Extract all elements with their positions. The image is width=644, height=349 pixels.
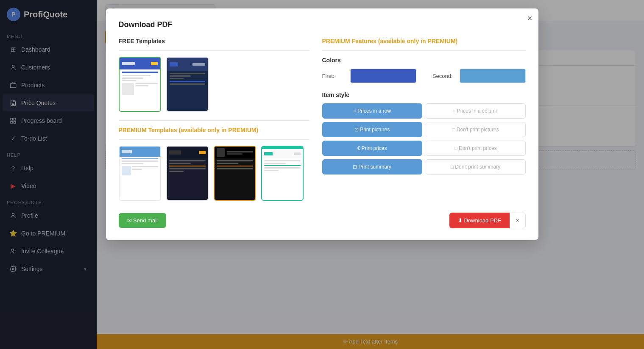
modal-body: FREE Templates bbox=[119, 38, 526, 201]
download-pdf-modal: × Download PDF FREE Templates bbox=[106, 8, 538, 240]
second-color-swatch[interactable] bbox=[460, 69, 526, 83]
style-btn-print-prices[interactable]: € Print prices bbox=[322, 141, 422, 156]
template-card-p2[interactable] bbox=[166, 146, 209, 201]
divider-2 bbox=[119, 120, 309, 121]
style-btn-no-summary[interactable]: □ Don't print summary bbox=[426, 159, 526, 174]
no-pictures-label: □ Don't print pictures bbox=[452, 127, 499, 133]
second-color-label: Second: bbox=[423, 73, 453, 79]
download-pdf-btn[interactable]: ⬇ Download PDF bbox=[449, 213, 510, 228]
modal-overlay: × Download PDF FREE Templates bbox=[0, 0, 644, 349]
template-card-2[interactable] bbox=[166, 57, 209, 112]
prices-row-label: ≡ Prices in a row bbox=[353, 108, 391, 114]
style-btn-no-prices[interactable]: □ Don't print prices bbox=[426, 141, 526, 156]
free-templates-title: FREE Templates bbox=[119, 38, 309, 44]
premium-templates-title: PREMIUM Templates (available only in PRE… bbox=[119, 127, 309, 133]
first-color-swatch[interactable] bbox=[350, 69, 416, 83]
style-btn-prices-col[interactable]: ≡ Prices in a column bbox=[426, 103, 526, 119]
color-row: First: Second: bbox=[322, 69, 526, 83]
template-card-p3[interactable] bbox=[214, 146, 256, 201]
style-btn-print-pictures[interactable]: ⊡ Print pictures bbox=[322, 122, 422, 137]
print-pictures-label: ⊡ Print pictures bbox=[354, 127, 390, 133]
style-btn-prices-row[interactable]: ≡ Prices in a row bbox=[322, 103, 422, 119]
modal-close-btn[interactable]: × bbox=[527, 14, 532, 23]
template-card-1[interactable] bbox=[119, 57, 161, 112]
modal-options-section: PREMIUM Features (available only in PREM… bbox=[322, 38, 526, 201]
download-close-btn[interactable]: × bbox=[510, 213, 526, 228]
divider bbox=[119, 50, 309, 51]
modal-templates-section: FREE Templates bbox=[119, 38, 309, 201]
style-btn-no-pictures[interactable]: □ Don't print pictures bbox=[426, 122, 526, 137]
item-style-section: Item style ≡ Prices in a row ≡ Prices in… bbox=[322, 91, 526, 174]
print-prices-label: € Print prices bbox=[357, 145, 387, 151]
colors-title: Colors bbox=[322, 57, 526, 64]
premium-templates-grid bbox=[119, 146, 309, 201]
item-style-title: Item style bbox=[322, 91, 526, 98]
modal-footer: ✉ Send mail ⬇ Download PDF × bbox=[119, 213, 526, 228]
template-card-p4[interactable] bbox=[261, 146, 304, 201]
divider-right bbox=[322, 50, 526, 51]
modal-title: Download PDF bbox=[119, 20, 526, 29]
free-templates-grid bbox=[119, 57, 309, 112]
prices-col-label: ≡ Prices in a column bbox=[452, 108, 498, 114]
download-pdf-group: ⬇ Download PDF × bbox=[449, 213, 526, 228]
colors-section: Colors First: Second: bbox=[322, 57, 526, 83]
style-btn-print-summary[interactable]: ⊡ Print summary bbox=[322, 159, 422, 174]
no-summary-label: □ Don't print summary bbox=[451, 164, 501, 170]
first-color-label: First: bbox=[322, 73, 343, 79]
send-mail-btn[interactable]: ✉ Send mail bbox=[119, 213, 166, 228]
print-summary-label: ⊡ Print summary bbox=[353, 164, 391, 170]
template-card-p1[interactable] bbox=[119, 146, 161, 201]
no-prices-label: □ Don't print prices bbox=[454, 145, 496, 151]
item-style-grid: ≡ Prices in a row ≡ Prices in a column ⊡… bbox=[322, 103, 526, 174]
premium-features-title: PREMIUM Features (available only in PREM… bbox=[322, 38, 526, 44]
divider-3 bbox=[119, 139, 309, 140]
